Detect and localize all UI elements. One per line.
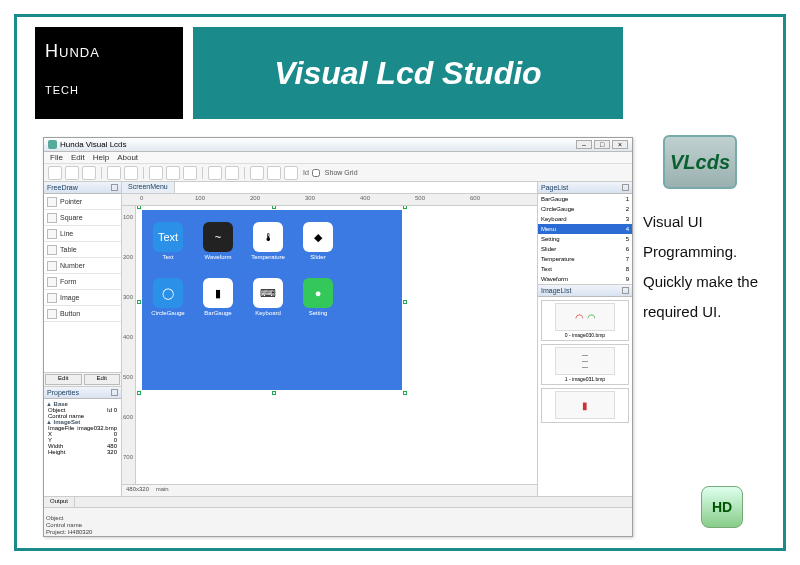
temperature-icon: 🌡: [253, 222, 283, 252]
show-grid-checkbox[interactable]: [312, 169, 320, 177]
form-icon: [47, 277, 57, 287]
menu-help[interactable]: Help: [93, 153, 109, 162]
toolbar-zoomout[interactable]: [267, 166, 281, 180]
setting-icon: ●: [303, 278, 333, 308]
design-surface[interactable]: TextText~Waveform🌡Temperature◆Slider◯Cir…: [142, 210, 402, 390]
widget-slider[interactable]: ◆Slider: [296, 216, 340, 266]
id-label: Id: [303, 169, 309, 176]
toolbar-zoomin[interactable]: [250, 166, 264, 180]
menubar: File Edit Help About: [44, 152, 632, 164]
number-icon: [47, 261, 57, 271]
widget-waveform[interactable]: ~Waveform: [196, 216, 240, 266]
widget-text[interactable]: TextText: [146, 216, 190, 266]
status-object: Object: [46, 515, 92, 521]
tool-line[interactable]: Line: [44, 226, 121, 242]
toolbox-header: FreeDraw: [44, 182, 121, 194]
table-icon: [47, 245, 57, 255]
ruler-vertical: 100200300400500600700: [122, 206, 136, 484]
widget-keyboard[interactable]: ⌨Keyboard: [246, 272, 290, 322]
tool-edit-1[interactable]: Edit: [45, 374, 82, 385]
toolbar-cut[interactable]: [149, 166, 163, 180]
page-row[interactable]: Setting5: [538, 234, 632, 244]
menu-about[interactable]: About: [117, 153, 138, 162]
app-icon: [48, 140, 57, 149]
tool-image[interactable]: Image: [44, 290, 121, 306]
canvas-tab[interactable]: ScreenMenu: [122, 182, 175, 193]
widget-setting[interactable]: ●Setting: [296, 272, 340, 322]
properties-header: Properties: [44, 387, 121, 399]
page-row[interactable]: Temperature7: [538, 254, 632, 264]
tool-form[interactable]: Form: [44, 274, 121, 290]
tool-number[interactable]: Number: [44, 258, 121, 274]
toolbar-zoom100[interactable]: [284, 166, 298, 180]
toolbar-redo[interactable]: [124, 166, 138, 180]
toolbar-save[interactable]: [82, 166, 96, 180]
waveform-icon: ~: [203, 222, 233, 252]
widget-bargauge[interactable]: ▮BarGauge: [196, 272, 240, 322]
toolbar-run[interactable]: [225, 166, 239, 180]
pin-icon[interactable]: [622, 287, 629, 294]
line-icon: [47, 229, 57, 239]
ruler-horizontal: 0100200300400500600: [122, 194, 537, 206]
toolbar-paste[interactable]: [183, 166, 197, 180]
tool-table[interactable]: Table: [44, 242, 121, 258]
page-row[interactable]: Menu4: [538, 224, 632, 234]
circlegauge-icon: ◯: [153, 278, 183, 308]
image-thumb[interactable]: ◠◠0 - image030.bmp: [541, 300, 629, 341]
status-project: Project: H480320: [46, 529, 92, 535]
close-button[interactable]: ×: [612, 140, 628, 149]
widget-circlegauge[interactable]: ◯CircleGauge: [146, 272, 190, 322]
canvas-size: 480x320: [126, 486, 149, 492]
image-thumb[interactable]: ———1 - image031.bmp: [541, 344, 629, 385]
page-row[interactable]: Slider6: [538, 244, 632, 254]
toolbar-build[interactable]: [208, 166, 222, 180]
button-icon: [47, 309, 57, 319]
min-button[interactable]: –: [576, 140, 592, 149]
promo-text: Visual UI Programming. Quickly make the …: [643, 207, 763, 327]
page-row[interactable]: Text8: [538, 264, 632, 274]
pin-icon[interactable]: [111, 184, 118, 191]
brand-line1: Hunda: [45, 41, 173, 62]
pointer-icon: [47, 197, 57, 207]
pin-icon[interactable]: [622, 184, 629, 191]
tool-pointer[interactable]: Pointer: [44, 194, 121, 210]
widget-temperature[interactable]: 🌡Temperature: [246, 216, 290, 266]
pin-icon[interactable]: [111, 389, 118, 396]
text-icon: Text: [153, 222, 183, 252]
menu-file[interactable]: File: [50, 153, 63, 162]
hd-badge: HD: [701, 486, 743, 528]
canvas-main: main: [156, 486, 169, 492]
page-row[interactable]: Keyboard3: [538, 214, 632, 224]
square-icon: [47, 213, 57, 223]
tool-button[interactable]: Button: [44, 306, 121, 322]
menu-edit[interactable]: Edit: [71, 153, 85, 162]
app-window: Hunda Visual Lcds – □ × File Edit Help A…: [43, 137, 633, 537]
show-grid-label: Show Grid: [325, 169, 358, 176]
toolbar: Id Show Grid: [44, 164, 632, 182]
canvas-area[interactable]: 100200300400500600700 TextText~Waveform🌡…: [122, 206, 537, 484]
slider-icon: ◆: [303, 222, 333, 252]
app-title: Hunda Visual Lcds: [60, 140, 127, 149]
brand-line2: tech: [45, 80, 173, 98]
brand-box: Hunda tech: [35, 27, 183, 119]
tool-square[interactable]: Square: [44, 210, 121, 226]
product-title: Visual Lcd Studio: [193, 27, 623, 119]
vlcds-logo: VLcds: [663, 135, 737, 189]
max-button[interactable]: □: [594, 140, 610, 149]
imagelist-header: ImageList: [538, 285, 632, 297]
app-titlebar[interactable]: Hunda Visual Lcds – □ ×: [44, 138, 632, 152]
keyboard-icon: ⌨: [253, 278, 283, 308]
output-tab[interactable]: Output: [44, 497, 75, 507]
toolbar-copy[interactable]: [166, 166, 180, 180]
status-control: Control name: [46, 522, 92, 528]
bargauge-icon: ▮: [203, 278, 233, 308]
toolbar-open[interactable]: [65, 166, 79, 180]
tool-edit-2[interactable]: Edit: [84, 374, 121, 385]
page-row[interactable]: CircleGauge2: [538, 204, 632, 214]
page-row[interactable]: Waveform9: [538, 274, 632, 284]
toolbar-new[interactable]: [48, 166, 62, 180]
toolbar-undo[interactable]: [107, 166, 121, 180]
image-thumb[interactable]: ▮: [541, 388, 629, 423]
pagelist-header: PageList: [538, 182, 632, 194]
page-row[interactable]: BarGauge1: [538, 194, 632, 204]
